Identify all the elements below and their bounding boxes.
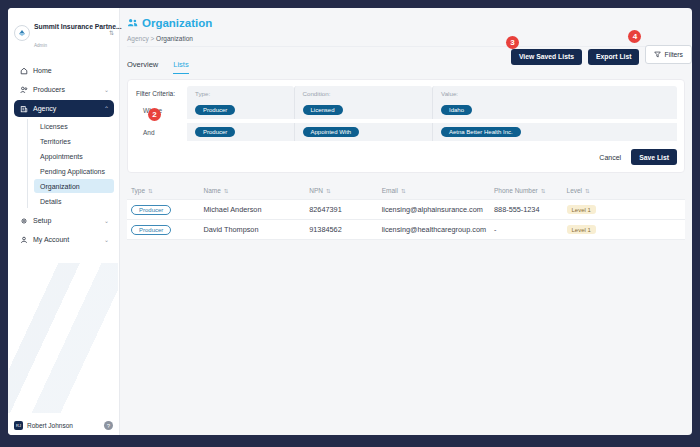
sidebar-item-label: Setup [33, 217, 51, 224]
filter-criteria-card: Filter Criteria: 2 Type: Condition: Valu… [127, 79, 685, 173]
col-header-email[interactable]: Email⇅ [378, 183, 490, 200]
filter-connector: And [135, 123, 187, 141]
user-name: Robert Johnson [27, 422, 73, 429]
sidebar-item-setup[interactable]: Setup ⌄ [14, 212, 114, 229]
filter-chip-type[interactable]: Producer [195, 105, 235, 115]
filter-column-headers: Type: Condition: Value: [135, 86, 677, 101]
filter-connector: Where [135, 101, 187, 119]
sort-icon[interactable]: ⇅ [401, 188, 406, 194]
company-logo-icon [14, 25, 30, 41]
save-list-button[interactable]: Save List [631, 149, 677, 165]
filters-button[interactable]: Filters [645, 45, 692, 64]
page-header: Organization Agency > Organization [127, 8, 685, 47]
org-header: Summit Insurance Partne... Admin ⇅ [8, 8, 119, 56]
filter-chip-value[interactable]: Idaho [441, 105, 472, 115]
cell-phone: - [490, 220, 562, 240]
results-table: Type⇅ Name⇅ NPN⇅ Email⇅ Phone Number⇅ Le… [127, 183, 685, 240]
view-saved-lists-button[interactable]: View Saved Lists [511, 49, 582, 65]
agency-icon [19, 104, 28, 113]
cancel-button[interactable]: Cancel [599, 154, 621, 161]
home-icon [19, 66, 28, 75]
filter-chip-condition[interactable]: Appointed With [303, 127, 360, 137]
help-icon[interactable]: ? [104, 421, 113, 430]
sidebar-item-producers[interactable]: Producers ⌄ [14, 81, 114, 98]
tab-lists[interactable]: Lists [173, 60, 188, 74]
cell-name: Michael Anderson [199, 200, 305, 220]
cell-email: licensing@alphainsurance.com [378, 200, 490, 220]
cell-npn: 91384562 [305, 220, 377, 240]
filter-row-where: Where Producer Licensed Idaho [135, 101, 677, 119]
sort-icon[interactable]: ⇅ [326, 188, 331, 194]
sidebar: Summit Insurance Partne... Admin ⇅ Home [8, 8, 120, 435]
breadcrumb: Agency > Organization [127, 35, 685, 42]
sidebar-item-home[interactable]: Home [14, 62, 114, 79]
sidebar-item-label: Producers [33, 86, 65, 93]
chevron-up-icon: ⌃ [104, 107, 109, 111]
sidebar-item-agency[interactable]: Agency ⌃ [14, 100, 114, 117]
step-3-badge: 3 [506, 36, 519, 49]
sidebar-item-pending-applications[interactable]: Pending Applications [34, 164, 114, 178]
sidebar-item-organization[interactable]: Organization [34, 179, 114, 193]
filter-chip-condition[interactable]: Licensed [303, 105, 343, 115]
type-pill: Producer [131, 225, 171, 235]
collapse-sidebar-icon[interactable]: ⇅ [109, 29, 114, 36]
window-frame: Summit Insurance Partne... Admin ⇅ Home [0, 0, 700, 447]
level-badge: Level 1 [567, 225, 596, 234]
col-header-phone[interactable]: Phone Number⇅ [490, 183, 562, 200]
app-container: Summit Insurance Partne... Admin ⇅ Home [8, 8, 692, 435]
producers-icon [19, 85, 28, 94]
filter-criteria-title: Filter Criteria: [136, 90, 175, 97]
breadcrumb-separator: > [151, 35, 155, 42]
sidebar-item-label: Home [33, 67, 52, 74]
filter-col-type: Type: [187, 86, 294, 101]
sidebar-nav: Home Producers ⌄ Agency ⌃ [8, 56, 119, 248]
page-title: Organization [142, 17, 212, 29]
cell-email: licensing@healthcaregroup.com [378, 220, 490, 240]
filter-funnel-icon [654, 51, 661, 59]
cell-phone: 888-555-1234 [490, 200, 562, 220]
sort-icon[interactable]: ⇅ [585, 188, 590, 194]
sidebar-decoration [8, 263, 118, 413]
sort-icon[interactable]: ⇅ [224, 188, 229, 194]
breadcrumb-parent[interactable]: Agency [127, 35, 149, 42]
main-content: Organization Agency > Organization 3 Vie… [120, 8, 692, 435]
sidebar-item-details[interactable]: Details [34, 194, 114, 208]
filter-actions: Cancel Save List [135, 149, 677, 165]
title-row: Organization [127, 14, 685, 32]
col-header-npn[interactable]: NPN⇅ [305, 183, 377, 200]
level-badge: Level 1 [567, 205, 596, 214]
step-2-badge: 2 [148, 108, 161, 121]
organization-icon [127, 14, 138, 32]
org-info: Summit Insurance Partne... Admin [34, 15, 105, 50]
col-header-name[interactable]: Name⇅ [199, 183, 305, 200]
sort-icon[interactable]: ⇅ [541, 188, 546, 194]
cell-name: David Thompson [199, 220, 305, 240]
export-list-button[interactable]: Export List [588, 49, 640, 65]
table-row[interactable]: Producer Michael Anderson 82647391 licen… [127, 200, 685, 220]
chevron-down-icon: ⌄ [104, 88, 109, 92]
header-actions: 3 View Saved Lists 4 Export List Filters [511, 45, 692, 65]
user-row[interactable]: RJ Robert Johnson ? [14, 421, 113, 430]
account-icon [19, 235, 28, 244]
filter-row-and: And Producer Appointed With Aetna Better… [135, 123, 677, 141]
sidebar-item-my-account[interactable]: My Account ⌄ [14, 231, 114, 248]
org-role: Admin [34, 43, 47, 48]
table-row[interactable]: Producer David Thompson 91384562 licensi… [127, 220, 685, 240]
chevron-down-icon: ⌄ [104, 238, 109, 242]
col-header-type[interactable]: Type⇅ [127, 183, 199, 200]
sidebar-item-territories[interactable]: Territories [34, 134, 114, 148]
sort-icon[interactable]: ⇅ [148, 188, 153, 194]
chevron-down-icon: ⌄ [104, 219, 109, 223]
filter-chip-value[interactable]: Aetna Better Health Inc. [441, 127, 521, 137]
sidebar-item-appointments[interactable]: Appointments [34, 149, 114, 163]
tab-overview[interactable]: Overview [127, 60, 158, 74]
type-pill: Producer [131, 205, 171, 215]
avatar: RJ [14, 421, 23, 430]
cell-npn: 82647391 [305, 200, 377, 220]
filter-col-value: Value: [432, 86, 677, 101]
sidebar-item-licenses[interactable]: Licenses [34, 119, 114, 133]
filter-chip-type[interactable]: Producer [195, 127, 235, 137]
col-header-level[interactable]: Level⇅ [563, 183, 685, 200]
setup-icon [19, 216, 28, 225]
sidebar-item-label: My Account [33, 236, 69, 243]
